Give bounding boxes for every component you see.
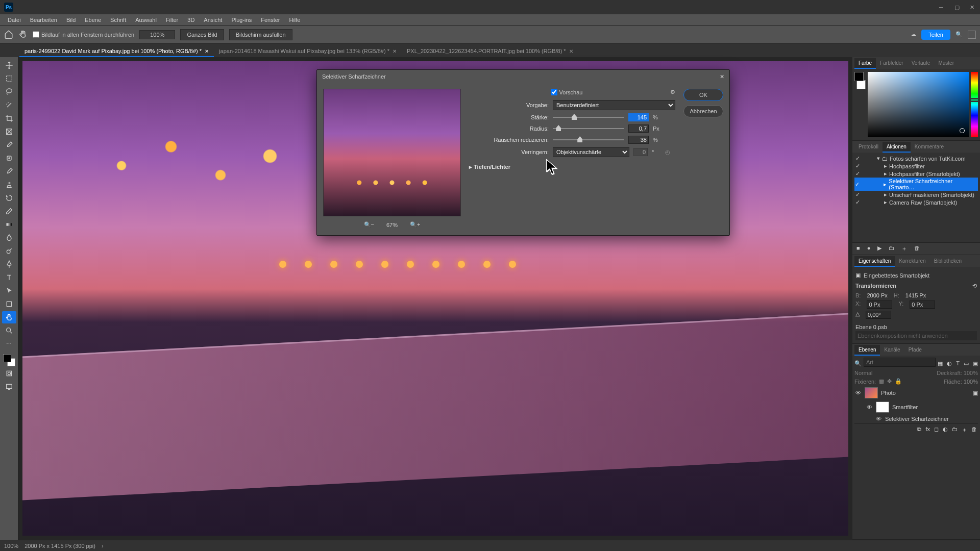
link-layers-icon[interactable]: ⧉ xyxy=(917,426,921,434)
filter-adjust-icon[interactable]: ◐ xyxy=(947,360,952,367)
action-check-icon[interactable]: ✓ xyxy=(854,199,861,206)
amount-input[interactable] xyxy=(628,113,649,121)
menu-schrift[interactable]: Schrift xyxy=(106,17,131,23)
maximize-button[interactable]: ▢ xyxy=(954,4,961,10)
path-selection-tool[interactable] xyxy=(2,285,16,297)
text-tool[interactable] xyxy=(2,271,16,284)
quick-mask-icon[interactable] xyxy=(2,367,16,380)
blur-tool[interactable] xyxy=(2,232,16,244)
preview-checkbox[interactable]: Vorschau xyxy=(551,89,583,95)
menu-bild[interactable]: Bild xyxy=(62,17,80,23)
action-item[interactable]: ✓▸Hochpassfilter (Smartobjekt) xyxy=(854,170,978,178)
eyedropper-tool[interactable] xyxy=(2,139,16,151)
eraser-tool[interactable] xyxy=(2,205,16,217)
screen-mode-icon[interactable] xyxy=(2,381,16,393)
zoom-tool[interactable] xyxy=(2,324,16,337)
tab-farbfelder[interactable]: Farbfelder xyxy=(876,58,908,69)
tab-muster[interactable]: Muster xyxy=(934,58,958,69)
tab-korrekturen[interactable]: Korrekturen xyxy=(895,256,929,267)
lasso-tool[interactable] xyxy=(2,86,16,98)
chevron-right-icon[interactable]: ▸ xyxy=(877,191,887,198)
filter-smart-icon[interactable]: ▣ xyxy=(973,360,978,367)
menu-ansicht[interactable]: Ansicht xyxy=(199,17,227,23)
chevron-right-icon[interactable]: ▸ xyxy=(877,163,887,169)
crop-tool[interactable] xyxy=(2,112,16,124)
preview-image[interactable] xyxy=(323,89,461,216)
layer-thumbnail[interactable] xyxy=(876,402,889,413)
menu-auswahl[interactable]: Auswahl xyxy=(131,17,161,23)
minimize-button[interactable]: ─ xyxy=(939,4,945,10)
color-field[interactable] xyxy=(868,72,969,137)
menu-hilfe[interactable]: Hilfe xyxy=(284,17,305,23)
delete-layer-icon[interactable]: 🗑 xyxy=(971,426,977,434)
search-icon[interactable]: 🔍 xyxy=(955,31,963,38)
menu-bearbeiten[interactable]: Bearbeiten xyxy=(26,17,62,23)
layer-style-icon[interactable]: fx xyxy=(925,426,930,434)
chevron-right-icon[interactable]: ▸ xyxy=(876,181,887,188)
new-layer-icon[interactable]: ＋ xyxy=(962,426,967,434)
zoom-value[interactable]: 100% xyxy=(139,30,175,39)
visibility-icon[interactable]: 👁 xyxy=(875,416,882,422)
new-action-icon[interactable]: ＋ xyxy=(901,245,907,253)
layer-thumbnail[interactable] xyxy=(865,387,878,398)
action-item[interactable]: ✓▸Hochpassfilter xyxy=(854,162,978,170)
layer-comp-select[interactable]: Ebenenkomposition nicht anwenden xyxy=(855,331,977,340)
chevron-down-icon[interactable]: ▾ xyxy=(877,155,880,162)
tab-eigenschaften[interactable]: Eigenschaften xyxy=(854,256,895,267)
lock-pixels-icon[interactable]: ▩ xyxy=(879,378,884,385)
play-icon[interactable]: ▶ xyxy=(877,245,881,253)
tab-kommentare[interactable]: Kommentare xyxy=(911,142,948,153)
action-check-icon[interactable]: ✓ xyxy=(854,191,861,198)
document-tab-2[interactable]: japan-2014618 Masashi Wakui auf Pixabay.… xyxy=(214,46,402,57)
close-icon[interactable]: ✕ xyxy=(569,48,573,54)
action-check-icon[interactable]: ✓ xyxy=(854,181,861,188)
close-window-button[interactable]: ✕ xyxy=(970,4,976,10)
menu-filter[interactable]: Filter xyxy=(161,17,183,23)
chevron-right-icon[interactable]: ▸ xyxy=(877,170,887,177)
tab-kanale[interactable]: Kanäle xyxy=(880,345,904,356)
dodge-tool[interactable] xyxy=(2,245,16,257)
layer-item[interactable]: 👁Photo▣ xyxy=(854,386,978,400)
close-icon[interactable]: ✕ xyxy=(205,48,209,54)
hue-slider[interactable] xyxy=(971,72,978,137)
tab-verlaufe[interactable]: Verläufe xyxy=(908,58,935,69)
tab-aktionen[interactable]: Aktionen xyxy=(883,142,911,153)
close-icon[interactable]: ✕ xyxy=(720,73,724,80)
action-check-icon[interactable]: ✓ xyxy=(854,163,861,169)
menu-ebene[interactable]: Ebene xyxy=(80,17,106,23)
status-zoom[interactable]: 100% xyxy=(4,543,18,549)
angle-input[interactable] xyxy=(866,311,891,319)
height-value[interactable]: 1415 Px xyxy=(905,292,926,298)
remove-select[interactable]: Objektivunschärfe xyxy=(553,147,629,157)
action-item[interactable]: ✓▾🗀Fotos schärfen von TutKit.com xyxy=(854,155,978,162)
adjustment-layer-icon[interactable]: ◐ xyxy=(943,426,948,434)
action-item[interactable]: ✓▸Camera Raw (Smartobjekt) xyxy=(854,198,978,206)
zoom-in-icon[interactable]: 🔍+ xyxy=(410,221,420,228)
status-chevron-icon[interactable]: › xyxy=(102,543,104,549)
action-check-icon[interactable]: ✓ xyxy=(854,155,861,162)
y-input[interactable] xyxy=(910,300,935,309)
lock-all-icon[interactable]: 🔒 xyxy=(895,378,902,385)
gradient-tool[interactable] xyxy=(2,218,16,231)
blend-mode-select[interactable]: Normal xyxy=(854,370,872,376)
layer-item[interactable]: 👁Selektiver Scharfzeichner xyxy=(854,414,978,423)
action-item[interactable]: ✓▸Unscharf maskieren (Smartobjekt) xyxy=(854,191,978,198)
scroll-all-windows-checkbox[interactable]: Bildlauf in allen Fenstern durchführen xyxy=(33,31,134,38)
close-icon[interactable]: ✕ xyxy=(393,48,397,54)
group-icon[interactable]: 🗀 xyxy=(952,426,958,434)
action-item[interactable]: ✓▸Selektiver Scharfzeichner (Smarto… xyxy=(854,178,978,191)
menu-fenster[interactable]: Fenster xyxy=(256,17,284,23)
tab-pfade[interactable]: Pfade xyxy=(904,345,926,356)
share-button[interactable]: Teilen xyxy=(921,30,950,40)
shape-tool[interactable] xyxy=(2,298,16,310)
document-tab-3[interactable]: PXL_20230422_122623454.PORTRAIT.jpg bei … xyxy=(402,46,578,57)
amount-slider[interactable] xyxy=(553,117,624,118)
noise-slider[interactable] xyxy=(553,139,624,140)
document-tab-1[interactable]: paris-2499022 David Mark auf Pixabay.jpg… xyxy=(19,46,214,57)
ok-button[interactable]: OK xyxy=(683,89,723,101)
status-docinfo[interactable]: 2000 Px x 1415 Px (300 ppi) xyxy=(24,543,95,549)
cloud-icon[interactable]: ☁ xyxy=(911,31,916,38)
hand-tool-icon[interactable] xyxy=(18,30,28,40)
magic-wand-tool[interactable] xyxy=(2,99,16,111)
radius-input[interactable] xyxy=(628,124,649,133)
